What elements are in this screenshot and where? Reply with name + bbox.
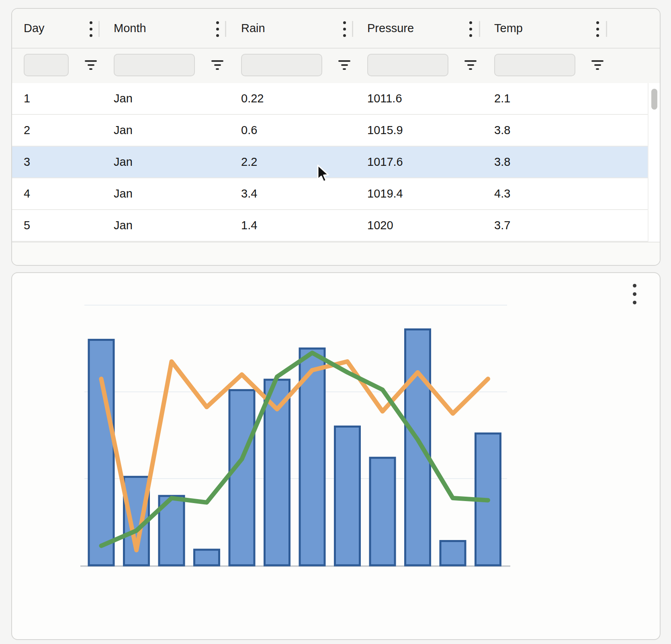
filter-icon bbox=[591, 60, 603, 62]
kebab-dot bbox=[216, 34, 219, 37]
data-grid: DayMonthRainPressureTemp 1Jan0.221011.62… bbox=[11, 8, 661, 266]
filter-input-temp[interactable] bbox=[494, 54, 575, 76]
filter-button-pressure[interactable] bbox=[462, 54, 479, 76]
cell-temp[interactable]: 3.8 bbox=[494, 147, 510, 177]
cell-month[interactable]: Jan bbox=[114, 147, 133, 177]
cell-rain[interactable]: 3.4 bbox=[241, 178, 257, 209]
cell-month[interactable]: Jan bbox=[114, 178, 133, 209]
column-menu-day-kebab-icon[interactable] bbox=[84, 20, 98, 38]
filter-button-day[interactable] bbox=[83, 54, 99, 76]
kebab-dot bbox=[90, 34, 92, 37]
kebab-dot bbox=[216, 28, 219, 31]
cell-rain[interactable]: 2.2 bbox=[241, 147, 257, 177]
cell-day[interactable]: 1 bbox=[24, 83, 30, 114]
cell-rain[interactable]: 1.4 bbox=[241, 210, 257, 241]
grid-filter-row bbox=[12, 49, 660, 83]
column-header-rain[interactable]: Rain bbox=[241, 9, 265, 48]
cell-day[interactable]: 3 bbox=[24, 147, 30, 177]
cell-pressure[interactable]: 1020 bbox=[367, 210, 393, 241]
bar-rain-jan bbox=[89, 340, 114, 565]
column-separator bbox=[98, 21, 100, 37]
filter-icon bbox=[85, 60, 97, 62]
column-separator bbox=[479, 21, 480, 37]
kebab-dot bbox=[90, 21, 92, 24]
kebab-dot bbox=[633, 301, 636, 304]
filter-icon bbox=[211, 60, 223, 62]
scrollbar-thumb[interactable] bbox=[651, 89, 657, 110]
chart-kebab-menu-button[interactable] bbox=[626, 279, 643, 308]
cell-day[interactable]: 2 bbox=[24, 115, 30, 146]
filter-icon bbox=[88, 64, 94, 66]
cell-temp[interactable]: 4.3 bbox=[494, 178, 510, 209]
table-row-3[interactable]: 3Jan2.21017.63.8 bbox=[12, 147, 649, 178]
cell-month[interactable]: Jan bbox=[114, 115, 133, 146]
cell-pressure[interactable]: 1011.6 bbox=[367, 83, 402, 114]
kebab-dot bbox=[596, 34, 599, 37]
column-separator bbox=[606, 21, 607, 37]
cell-day[interactable]: 4 bbox=[24, 178, 30, 209]
filter-input-month[interactable] bbox=[114, 54, 195, 76]
bar-rain-nov bbox=[440, 541, 465, 565]
kebab-dot bbox=[633, 284, 636, 287]
column-menu-rain-kebab-icon[interactable] bbox=[338, 20, 351, 38]
kebab-dot bbox=[90, 28, 92, 31]
cell-month[interactable]: Jan bbox=[114, 210, 133, 241]
filter-icon bbox=[343, 68, 346, 70]
bar-rain-sep bbox=[370, 458, 395, 565]
cell-pressure[interactable]: 1017.6 bbox=[367, 147, 403, 177]
table-row-1[interactable]: 1Jan0.221011.62.1 bbox=[12, 83, 649, 115]
column-menu-month-kebab-icon[interactable] bbox=[211, 20, 224, 38]
filter-input-rain[interactable] bbox=[241, 54, 322, 76]
grid-body: 1Jan0.221011.62.12Jan0.61015.93.83Jan2.2… bbox=[12, 83, 660, 242]
filter-input-pressure[interactable] bbox=[367, 54, 448, 76]
cell-temp[interactable]: 2.1 bbox=[494, 83, 510, 114]
filter-icon bbox=[341, 64, 348, 66]
bar-rain-may bbox=[229, 390, 254, 565]
filter-button-month[interactable] bbox=[209, 54, 225, 76]
vertical-scrollbar[interactable] bbox=[648, 83, 660, 242]
kebab-dot bbox=[469, 28, 472, 31]
cell-rain[interactable]: 0.6 bbox=[241, 115, 257, 146]
grid-footer bbox=[12, 242, 660, 266]
bar-rain-aug bbox=[335, 426, 360, 565]
cell-temp[interactable]: 3.7 bbox=[494, 210, 510, 241]
column-separator bbox=[225, 21, 226, 37]
filter-icon bbox=[467, 64, 474, 66]
column-separator bbox=[352, 21, 353, 37]
table-row-5[interactable]: 5Jan1.410203.7 bbox=[12, 210, 649, 242]
filter-button-rain[interactable] bbox=[336, 54, 352, 76]
filter-icon bbox=[214, 64, 221, 66]
table-row-2[interactable]: 2Jan0.61015.93.8 bbox=[12, 115, 649, 147]
column-header-temp[interactable]: Temp bbox=[494, 9, 523, 48]
kebab-dot bbox=[343, 28, 346, 31]
kebab-dot bbox=[216, 21, 219, 24]
chart-legend bbox=[12, 602, 660, 626]
cell-temp[interactable]: 3.8 bbox=[494, 115, 510, 146]
chart-card bbox=[11, 272, 661, 640]
column-header-pressure[interactable]: Pressure bbox=[367, 9, 414, 48]
filter-icon bbox=[594, 64, 601, 66]
grid-header-row: DayMonthRainPressureTemp bbox=[12, 9, 660, 49]
cell-rain[interactable]: 0.22 bbox=[241, 83, 264, 114]
bar-rain-oct bbox=[405, 329, 430, 565]
kebab-dot bbox=[596, 28, 599, 31]
column-header-day[interactable]: Day bbox=[24, 9, 45, 48]
filter-input-day[interactable] bbox=[24, 54, 69, 76]
column-menu-pressure-kebab-icon[interactable] bbox=[464, 20, 477, 38]
cell-day[interactable]: 5 bbox=[24, 210, 30, 241]
column-menu-temp-kebab-icon[interactable] bbox=[591, 20, 604, 38]
filter-icon bbox=[216, 68, 219, 70]
cell-month[interactable]: Jan bbox=[114, 83, 133, 114]
bar-rain-apr bbox=[194, 550, 219, 565]
column-header-month[interactable]: Month bbox=[114, 9, 146, 48]
kebab-dot bbox=[633, 292, 636, 296]
kebab-dot bbox=[343, 21, 346, 24]
kebab-dot bbox=[469, 21, 472, 24]
combo-chart bbox=[12, 273, 661, 640]
filter-icon bbox=[464, 60, 477, 62]
filter-button-temp[interactable] bbox=[589, 54, 606, 76]
filter-icon bbox=[89, 68, 92, 70]
cell-pressure[interactable]: 1019.4 bbox=[367, 178, 403, 209]
cell-pressure[interactable]: 1015.9 bbox=[367, 115, 403, 146]
table-row-4[interactable]: 4Jan3.41019.44.3 bbox=[12, 178, 649, 210]
